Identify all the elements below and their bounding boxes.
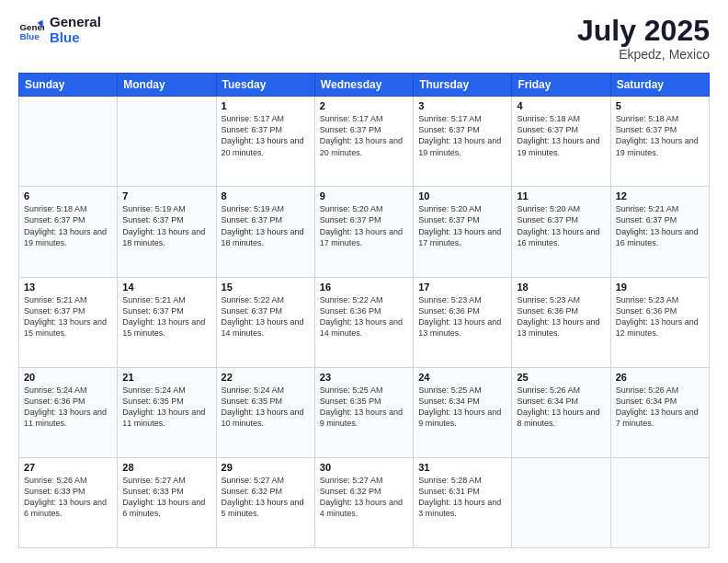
logo-general: General bbox=[50, 15, 101, 30]
day-info: Sunrise: 5:17 AM Sunset: 6:37 PM Dayligh… bbox=[222, 113, 310, 158]
day-number: 10 bbox=[418, 190, 506, 201]
day-cell: 12Sunrise: 5:21 AM Sunset: 6:37 PM Dayli… bbox=[610, 187, 709, 277]
day-number: 27 bbox=[24, 462, 112, 473]
day-info: Sunrise: 5:25 AM Sunset: 6:34 PM Dayligh… bbox=[418, 385, 506, 430]
day-number: 14 bbox=[122, 282, 210, 293]
calendar-table: SundayMondayTuesdayWednesdayThursdayFrid… bbox=[18, 73, 710, 548]
week-row-3: 13Sunrise: 5:21 AM Sunset: 6:37 PM Dayli… bbox=[19, 277, 710, 367]
day-info: Sunrise: 5:26 AM Sunset: 6:34 PM Dayligh… bbox=[616, 385, 704, 430]
day-info: Sunrise: 5:21 AM Sunset: 6:37 PM Dayligh… bbox=[616, 203, 704, 248]
col-header-tuesday: Tuesday bbox=[216, 74, 314, 97]
week-row-2: 6Sunrise: 5:18 AM Sunset: 6:37 PM Daylig… bbox=[19, 187, 710, 277]
day-cell: 11Sunrise: 5:20 AM Sunset: 6:37 PM Dayli… bbox=[512, 187, 610, 277]
day-cell: 20Sunrise: 5:24 AM Sunset: 6:36 PM Dayli… bbox=[19, 367, 118, 457]
day-info: Sunrise: 5:26 AM Sunset: 6:33 PM Dayligh… bbox=[24, 475, 112, 520]
day-info: Sunrise: 5:27 AM Sunset: 6:32 PM Dayligh… bbox=[222, 475, 310, 520]
week-row-4: 20Sunrise: 5:24 AM Sunset: 6:36 PM Dayli… bbox=[19, 367, 710, 457]
day-cell: 8Sunrise: 5:19 AM Sunset: 6:37 PM Daylig… bbox=[216, 187, 314, 277]
title-block: July 2025 Ekpedz, Mexico bbox=[577, 15, 710, 62]
day-number: 22 bbox=[222, 372, 310, 383]
day-info: Sunrise: 5:28 AM Sunset: 6:31 PM Dayligh… bbox=[418, 475, 506, 520]
day-cell: 24Sunrise: 5:25 AM Sunset: 6:34 PM Dayli… bbox=[414, 367, 512, 457]
day-number: 30 bbox=[320, 462, 408, 473]
day-cell: 26Sunrise: 5:26 AM Sunset: 6:34 PM Dayli… bbox=[610, 367, 709, 457]
day-cell bbox=[19, 97, 118, 187]
day-cell: 13Sunrise: 5:21 AM Sunset: 6:37 PM Dayli… bbox=[19, 277, 118, 367]
week-row-1: 1Sunrise: 5:17 AM Sunset: 6:37 PM Daylig… bbox=[19, 97, 710, 187]
day-info: Sunrise: 5:27 AM Sunset: 6:32 PM Dayligh… bbox=[320, 475, 408, 520]
day-info: Sunrise: 5:18 AM Sunset: 6:37 PM Dayligh… bbox=[24, 203, 112, 248]
day-cell: 7Sunrise: 5:19 AM Sunset: 6:37 PM Daylig… bbox=[118, 187, 216, 277]
day-cell: 18Sunrise: 5:23 AM Sunset: 6:36 PM Dayli… bbox=[512, 277, 610, 367]
day-cell: 15Sunrise: 5:22 AM Sunset: 6:37 PM Dayli… bbox=[216, 277, 314, 367]
day-cell: 9Sunrise: 5:20 AM Sunset: 6:37 PM Daylig… bbox=[314, 187, 413, 277]
col-header-wednesday: Wednesday bbox=[314, 74, 413, 97]
day-cell bbox=[118, 97, 216, 187]
day-number: 17 bbox=[418, 282, 506, 293]
day-number: 12 bbox=[616, 190, 704, 201]
day-cell: 19Sunrise: 5:23 AM Sunset: 6:36 PM Dayli… bbox=[610, 277, 709, 367]
day-info: Sunrise: 5:23 AM Sunset: 6:36 PM Dayligh… bbox=[418, 294, 506, 339]
col-header-saturday: Saturday bbox=[610, 74, 709, 97]
day-cell: 2Sunrise: 5:17 AM Sunset: 6:37 PM Daylig… bbox=[314, 97, 413, 187]
day-cell: 28Sunrise: 5:27 AM Sunset: 6:33 PM Dayli… bbox=[118, 457, 216, 547]
day-number: 5 bbox=[616, 100, 704, 111]
day-number: 9 bbox=[320, 190, 408, 201]
day-info: Sunrise: 5:22 AM Sunset: 6:36 PM Dayligh… bbox=[320, 294, 408, 339]
day-info: Sunrise: 5:18 AM Sunset: 6:37 PM Dayligh… bbox=[616, 113, 704, 158]
day-cell: 27Sunrise: 5:26 AM Sunset: 6:33 PM Dayli… bbox=[19, 457, 118, 547]
day-cell: 16Sunrise: 5:22 AM Sunset: 6:36 PM Dayli… bbox=[314, 277, 413, 367]
day-number: 24 bbox=[418, 372, 506, 383]
header: General Blue General Blue July 2025 Ekpe… bbox=[18, 15, 710, 62]
day-info: Sunrise: 5:23 AM Sunset: 6:36 PM Dayligh… bbox=[517, 294, 605, 339]
day-info: Sunrise: 5:26 AM Sunset: 6:34 PM Dayligh… bbox=[517, 385, 605, 430]
page: General Blue General Blue July 2025 Ekpe… bbox=[0, 0, 728, 563]
day-info: Sunrise: 5:24 AM Sunset: 6:35 PM Dayligh… bbox=[122, 385, 210, 430]
col-header-sunday: Sunday bbox=[19, 74, 118, 97]
logo-icon: General Blue bbox=[18, 17, 44, 43]
header-row: SundayMondayTuesdayWednesdayThursdayFrid… bbox=[19, 74, 710, 97]
day-number: 7 bbox=[122, 190, 210, 201]
week-row-5: 27Sunrise: 5:26 AM Sunset: 6:33 PM Dayli… bbox=[19, 457, 710, 547]
day-info: Sunrise: 5:23 AM Sunset: 6:36 PM Dayligh… bbox=[616, 294, 704, 339]
day-number: 21 bbox=[122, 372, 210, 383]
day-cell: 1Sunrise: 5:17 AM Sunset: 6:37 PM Daylig… bbox=[216, 97, 314, 187]
day-info: Sunrise: 5:27 AM Sunset: 6:33 PM Dayligh… bbox=[122, 475, 210, 520]
day-cell: 23Sunrise: 5:25 AM Sunset: 6:35 PM Dayli… bbox=[314, 367, 413, 457]
day-info: Sunrise: 5:19 AM Sunset: 6:37 PM Dayligh… bbox=[122, 203, 210, 248]
logo-blue: Blue bbox=[50, 30, 101, 46]
day-info: Sunrise: 5:20 AM Sunset: 6:37 PM Dayligh… bbox=[418, 203, 506, 248]
day-info: Sunrise: 5:17 AM Sunset: 6:37 PM Dayligh… bbox=[418, 113, 506, 158]
day-cell: 25Sunrise: 5:26 AM Sunset: 6:34 PM Dayli… bbox=[512, 367, 610, 457]
day-cell: 22Sunrise: 5:24 AM Sunset: 6:35 PM Dayli… bbox=[216, 367, 314, 457]
day-cell: 31Sunrise: 5:28 AM Sunset: 6:31 PM Dayli… bbox=[414, 457, 512, 547]
day-number: 28 bbox=[122, 462, 210, 473]
day-number: 3 bbox=[418, 100, 506, 111]
day-info: Sunrise: 5:20 AM Sunset: 6:37 PM Dayligh… bbox=[517, 203, 605, 248]
day-number: 6 bbox=[24, 190, 112, 201]
day-number: 23 bbox=[320, 372, 408, 383]
day-info: Sunrise: 5:19 AM Sunset: 6:37 PM Dayligh… bbox=[222, 203, 310, 248]
location: Ekpedz, Mexico bbox=[577, 47, 710, 62]
day-cell: 21Sunrise: 5:24 AM Sunset: 6:35 PM Dayli… bbox=[118, 367, 216, 457]
month-year: July 2025 bbox=[577, 15, 710, 47]
day-number: 8 bbox=[222, 190, 310, 201]
day-number: 18 bbox=[517, 282, 605, 293]
day-cell: 10Sunrise: 5:20 AM Sunset: 6:37 PM Dayli… bbox=[414, 187, 512, 277]
day-number: 31 bbox=[418, 462, 506, 473]
day-info: Sunrise: 5:18 AM Sunset: 6:37 PM Dayligh… bbox=[517, 113, 605, 158]
day-number: 19 bbox=[616, 282, 704, 293]
day-number: 15 bbox=[222, 282, 310, 293]
logo: General Blue General Blue bbox=[18, 15, 101, 45]
day-number: 13 bbox=[24, 282, 112, 293]
day-cell: 5Sunrise: 5:18 AM Sunset: 6:37 PM Daylig… bbox=[610, 97, 709, 187]
day-number: 25 bbox=[517, 372, 605, 383]
day-info: Sunrise: 5:25 AM Sunset: 6:35 PM Dayligh… bbox=[320, 385, 408, 430]
day-number: 2 bbox=[320, 100, 408, 111]
day-cell bbox=[610, 457, 709, 547]
day-number: 1 bbox=[222, 100, 310, 111]
day-number: 16 bbox=[320, 282, 408, 293]
day-cell: 4Sunrise: 5:18 AM Sunset: 6:37 PM Daylig… bbox=[512, 97, 610, 187]
day-number: 4 bbox=[517, 100, 605, 111]
day-number: 29 bbox=[222, 462, 310, 473]
